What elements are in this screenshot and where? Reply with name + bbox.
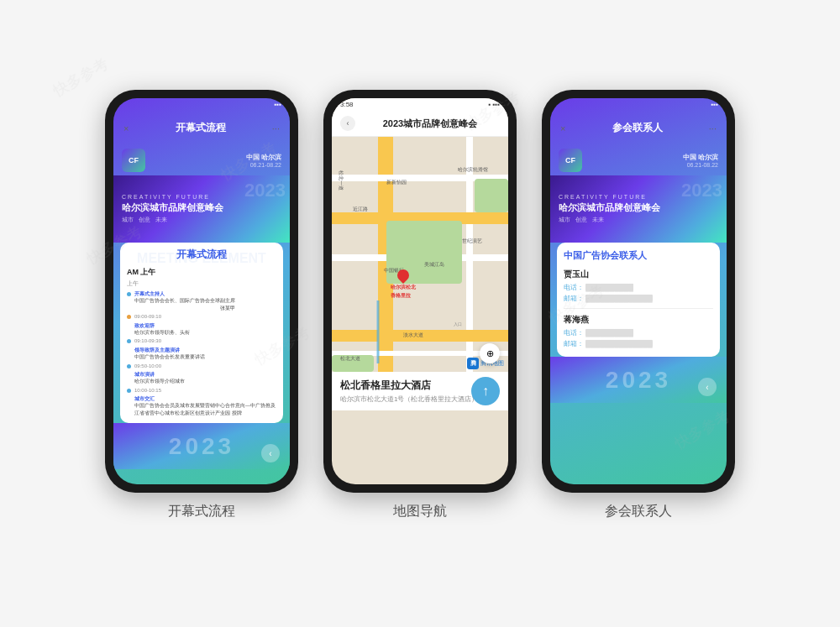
map-footer: 松北香格里拉大酒店 哈尔滨市松北大道1号（松北香格里拉大酒店） ↑ [332, 372, 508, 410]
item-content-2: 09:00-09:10 致欢迎辞 哈尔滨市领导职务、头衔 [134, 313, 190, 336]
bg-text: MEETING ELEMENT [120, 251, 283, 266]
item-dot-4 [127, 364, 131, 368]
tag-creativity: 创意 [139, 216, 150, 224]
phone-schedule: ▪▪▪ × 开幕式流程 ··· CF 中国 哈尔滨 06.21-08.22 [105, 90, 298, 493]
status-bar-schedule: ▪▪▪ [113, 98, 290, 111]
item-time-5: 10:00-10:15 [134, 387, 276, 394]
item-desc-4: 哈尔滨市领导介绍城市 [134, 378, 185, 384]
item-title-5: 城市交汇 [134, 395, 276, 402]
map-signal: ▪ ▪▪▪ [488, 101, 500, 108]
contact-email-val-1: ██████████████ [585, 295, 652, 302]
contact-email-2: 邮箱： ██████████████ [564, 339, 713, 348]
item-dot-5 [127, 389, 131, 393]
schedule-content: MEETING ELEMENT 开幕式流程 AM 上午 上午 开幕式主持人 中国… [120, 243, 283, 423]
header-title-schedule: 开幕式流程 [165, 116, 236, 140]
contacts-event-info: 中国 哈尔滨 06.21-08.22 [683, 153, 718, 168]
contact-divider [564, 308, 713, 309]
contact-email-val-2: ██████████████ [585, 340, 652, 347]
item-time-3: 09:10-09:30 [134, 337, 205, 344]
banner-title: 哈尔滨城市品牌创意峰会 [122, 201, 223, 213]
item-dot-2 [127, 315, 131, 319]
contacts-banner-tags: 城市 创意 未来 [559, 216, 604, 224]
phone-label-map: 地图导航 [393, 503, 447, 520]
event-banner: 2023 CREATIVITY FUTURE 哈尔滨城市品牌创意峰会 城市 创意… [113, 175, 290, 243]
contacts-event-date: 06.21-08.22 [683, 162, 718, 168]
phone-label-contacts: 参会联系人 [605, 503, 672, 520]
contacts-logo-bar: CF 中国 哈尔滨 06.21-08.22 [550, 145, 727, 175]
map-title: 2023城市品牌创意峰会 [360, 118, 500, 130]
item-title-4: 城市演讲 [134, 371, 185, 378]
item-content-1: 开幕式主持人 中国广告协会会长、国际广告协会全球副主席 张某甲 [134, 290, 235, 311]
event-date: 06.21-08.22 [246, 162, 281, 168]
close-icon[interactable]: × [123, 123, 129, 133]
contact-phone-val-2: ██████████ [585, 329, 633, 337]
location-button[interactable]: ⊕ [480, 343, 500, 363]
route-svg [332, 137, 508, 372]
item-person-1: 张某甲 [134, 305, 235, 311]
map-header: ‹ 2023城市品牌创意峰会 [332, 111, 508, 137]
item-time-4: 09:50-10:00 [134, 363, 185, 369]
phone-wrapper-contacts: ▪▪▪ × 参会联系人 ··· CF 中国 哈尔滨 06.21-08.22 [542, 90, 735, 520]
item-title-3: 领导致辞及主题演讲 [134, 347, 205, 353]
item-title-1: 开幕式主持人 [134, 290, 235, 297]
app-logo: CF [122, 149, 145, 172]
map-back-button[interactable]: ‹ [340, 116, 355, 131]
event-city: 中国 哈尔滨 [246, 153, 281, 162]
am-sublabel: 上午 [127, 280, 276, 288]
contacts-event-banner: 2023 CREATIVITY FUTURE 哈尔滨城市品牌创意峰会 城市 创意… [550, 175, 727, 243]
contact-1: 贾玉山 电话： ██████████ 邮箱： ██████████████ [564, 269, 713, 303]
pin-head [395, 267, 412, 284]
contacts-event-city: 中国 哈尔滨 [683, 153, 718, 162]
org-title: 中国广告协会联系人 [564, 249, 713, 262]
navigate-button[interactable]: ↑ [471, 377, 500, 405]
contacts-bottom-year: 2023 [606, 367, 671, 394]
contact-signal: ▪▪▪ [711, 101, 718, 108]
contact-phone-1: 电话： ██████████ [564, 283, 713, 292]
phones-container: ▪▪▪ × 开幕式流程 ··· CF 中国 哈尔滨 06.21-08.22 [105, 90, 735, 520]
schedule-item-1: 开幕式主持人 中国广告协会会长、国际广告协会全球副主席 张某甲 [127, 290, 276, 311]
contacts-close-icon[interactable]: × [560, 123, 565, 133]
contact-phone-2: 电话： ██████████ [564, 328, 713, 337]
schedule-item-5: 10:00-10:15 城市交汇 中国广告协会会员及城市发展暨营销中心合作意向—… [127, 387, 276, 417]
phone-screen-map: 3:58 ▪ ▪▪▪ ‹ 2023城市品牌创意峰会 [332, 98, 508, 484]
map-area[interactable]: 松北一道 近江路 淡水大道 松北大道 新新怡园 哈尔滨轮滑馆 世纪演艺 中国银行… [332, 137, 508, 372]
item-dot [127, 292, 131, 296]
item-content-3: 09:10-09:30 领导致辞及主题演讲 中国广告协会会长发表重要讲话 [134, 337, 205, 360]
contact-name-1: 贾玉山 [564, 269, 713, 280]
item-desc-1: 中国广告协会会长、国际广告协会全球副主席 [134, 297, 235, 304]
contacts-app-logo: CF [559, 149, 582, 172]
contact-2: 蒋海燕 电话： ██████████ 邮箱： ██████████████ [564, 314, 713, 348]
contacts-phone-bottom: 2023 ‹ [550, 357, 727, 403]
item-content-4: 09:50-10:00 城市演讲 哈尔滨市领导介绍城市 [134, 363, 185, 385]
phone-contacts: ▪▪▪ × 参会联系人 ··· CF 中国 哈尔滨 06.21-08.22 [542, 90, 735, 493]
item-time-2: 09:00-09:10 [134, 313, 190, 320]
contacts-banner-subtitle: CREATIVITY FUTURE [559, 194, 647, 200]
phone-wrapper-schedule: ▪▪▪ × 开幕式流程 ··· CF 中国 哈尔滨 06.21-08.22 [105, 90, 298, 520]
map-status-bar: 3:58 ▪ ▪▪▪ [332, 98, 508, 111]
status-icons: ▪▪▪ [274, 101, 281, 108]
status-bar-contacts: ▪▪▪ [550, 98, 727, 111]
tencent-logo: 腾 [467, 358, 479, 369]
schedule-item-3: 09:10-09:30 领导致辞及主题演讲 中国广告协会会长发表重要讲话 [127, 337, 276, 360]
header-title-contacts: 参会联系人 [602, 116, 673, 140]
phone-bottom: 2023 ‹ [113, 423, 290, 469]
contacts-white-section: 中国广告协会联系人 贾玉山 电话： ██████████ 邮箱： ███████… [557, 243, 720, 357]
app-header-schedule: × 开幕式流程 ··· [113, 111, 290, 145]
item-dot-3 [127, 339, 131, 343]
logo-bar: CF 中国 哈尔滨 06.21-08.22 [113, 145, 290, 175]
item-desc-3: 中国广告协会会长发表重要讲话 [134, 353, 205, 360]
back-chevron-icon[interactable]: ‹ [261, 444, 280, 462]
phone-map: 3:58 ▪ ▪▪▪ ‹ 2023城市品牌创意峰会 [323, 90, 517, 493]
tag-city: 城市 [122, 216, 134, 224]
item-title-2: 致欢迎辞 [134, 322, 190, 329]
item-content-5: 10:00-10:15 城市交汇 中国广告协会会员及城市发展暨营销中心合作意向—… [134, 387, 276, 417]
contacts-tag-creativity: 创意 [575, 216, 587, 224]
contacts-back-chevron-icon[interactable]: ‹ [698, 378, 717, 396]
contacts-tag-city: 城市 [559, 216, 570, 224]
bottom-year: 2023 [169, 433, 234, 460]
map-pin [397, 269, 409, 281]
contacts-menu-icon[interactable]: ··· [709, 123, 717, 133]
map-time: 3:58 [340, 101, 354, 108]
contacts-banner-title: 哈尔滨城市品牌创意峰会 [559, 201, 660, 213]
menu-icon[interactable]: ··· [272, 123, 280, 133]
